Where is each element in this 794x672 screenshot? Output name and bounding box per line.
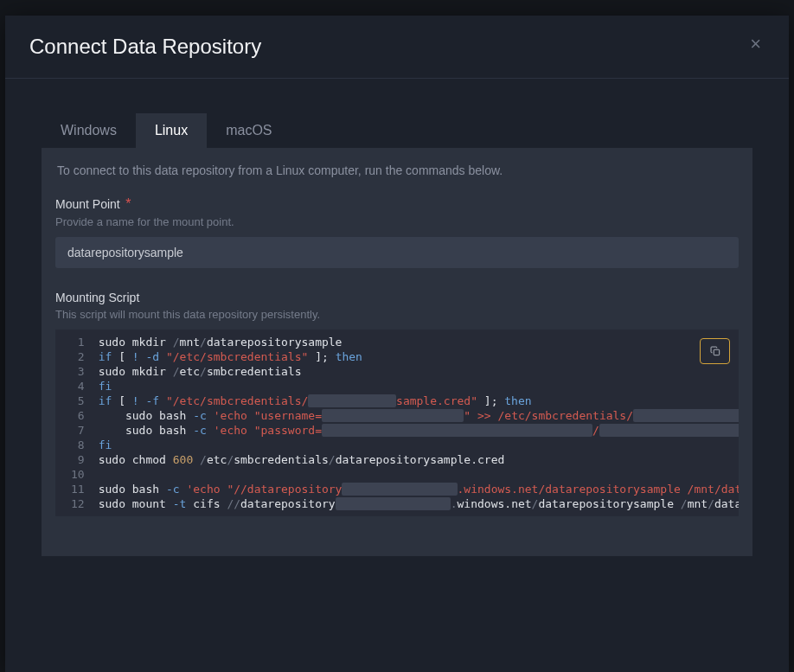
modal-header: Connect Data Repository × [5, 16, 789, 79]
script-label: Mounting Script [55, 291, 739, 304]
code-line: sudo mount -t cifs //datarepositoryxxxxx… [99, 496, 739, 511]
line-number: 1 [71, 335, 85, 349]
code-line: sudo mkdir /mnt/datarepositorysample [99, 335, 739, 349]
code-line: sudo mkdir /etc/smbcredentials [99, 364, 739, 379]
mount-point-help: Provide a name for the mount point. [55, 215, 739, 228]
linux-panel: To connect to this data repository from … [42, 148, 752, 556]
close-button[interactable]: × [746, 35, 765, 54]
code-block: 123456789101112 sudo mkdir /mnt/datarepo… [55, 330, 739, 516]
script-help: This script will mount this data reposit… [55, 308, 739, 321]
code-line: sudo bash -c 'echo "//datarepositoryxxxx… [99, 482, 739, 496]
code-line: sudo bash -c 'echo "password=xxxxxxxxxxx… [99, 423, 739, 438]
line-number: 9 [71, 452, 85, 467]
svg-rect-0 [714, 349, 719, 355]
code-line: sudo chmod 600 /etc/smbcredentials/datar… [99, 452, 739, 467]
code-line: fi [99, 379, 739, 394]
line-number: 4 [71, 379, 85, 394]
copy-icon [709, 345, 721, 357]
close-icon: × [750, 33, 761, 54]
code-line: sudo bash -c 'echo "username=xxxxxxxxxxx… [99, 408, 739, 423]
line-number: 5 [71, 394, 85, 408]
line-number: 6 [71, 408, 85, 423]
copy-button[interactable] [700, 338, 730, 364]
line-number: 10 [71, 467, 85, 482]
modal-body: WindowsLinuxmacOS To connect to this dat… [5, 79, 789, 573]
line-number: 11 [71, 482, 85, 496]
code-line [99, 467, 739, 482]
line-number: 12 [71, 496, 85, 511]
mount-point-label: Mount Point [55, 197, 120, 211]
connect-repository-modal: Connect Data Repository × WindowsLinuxma… [5, 16, 789, 672]
os-tabs: WindowsLinuxmacOS [42, 113, 752, 148]
line-gutter: 123456789101112 [55, 330, 93, 516]
tab-macos[interactable]: macOS [207, 113, 291, 148]
mount-point-input[interactable] [55, 237, 739, 268]
required-asterisk: * [125, 196, 131, 211]
intro-text: To connect to this data repository from … [55, 163, 739, 177]
code-scroll[interactable]: 123456789101112 sudo mkdir /mnt/datarepo… [55, 330, 739, 516]
code-content: sudo mkdir /mnt/datarepositorysampleif [… [93, 330, 739, 516]
mount-point-label-row: Mount Point * [55, 196, 739, 212]
tab-linux[interactable]: Linux [136, 113, 207, 148]
panel-bottom-spacer [55, 516, 739, 534]
code-line: if [ ! -f "/etc/smbcredentials/xxxxxxxxx… [99, 394, 739, 408]
tab-windows[interactable]: Windows [42, 113, 136, 148]
code-line: fi [99, 438, 739, 452]
line-number: 3 [71, 364, 85, 379]
line-number: 8 [71, 438, 85, 452]
line-number: 2 [71, 349, 85, 364]
modal-title: Connect Data Repository [29, 35, 261, 59]
code-line: if [ ! -d "/etc/smbcredentials" ]; then [99, 349, 739, 364]
line-number: 7 [71, 423, 85, 438]
